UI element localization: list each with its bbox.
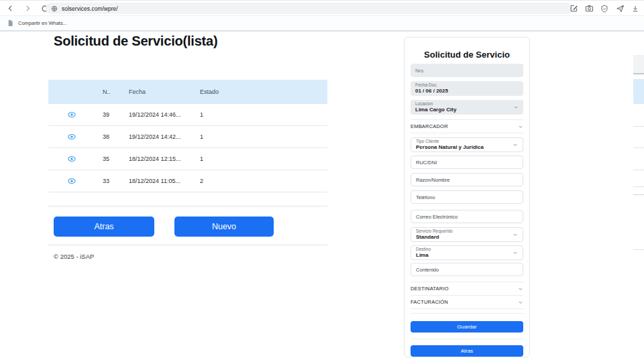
row-nro: 39 (95, 111, 125, 118)
header-estado: Estado (196, 88, 327, 95)
table-row: 35 18/12/2024 12:15... 1 (48, 148, 327, 170)
section-destinatario[interactable]: DESTINATARIO (411, 282, 523, 295)
row-fecha: 18/12/2024 12:15... (125, 156, 196, 162)
fecha-doc-field[interactable]: Fecha Doc. 01 / 06 / 2025 (411, 81, 523, 96)
ruc-dni-input[interactable] (411, 156, 523, 169)
section-embarcador[interactable]: EMBARCADOR (411, 120, 523, 133)
row-estado: 1 (196, 111, 327, 118)
servicio-requerido-label: Servicio Requerido (416, 229, 518, 234)
clipped-table-header-fragment (633, 79, 644, 104)
row-nro: 33 (95, 178, 125, 184)
view-row-button[interactable] (66, 176, 77, 186)
row-estado: 2 (196, 178, 327, 184)
edit-extension-button[interactable] (569, 4, 578, 13)
table-header-row: N.. Fecha Estado (48, 80, 327, 104)
section-facturacion[interactable]: FACTURACIÓN (411, 296, 523, 308)
row-nro: 38 (95, 133, 125, 140)
servicio-requerido-select[interactable]: Servicio Requerido Standard (411, 227, 523, 242)
row-fecha: 18/12/2024 11:05... (125, 178, 196, 184)
clipped-row-divider (633, 249, 644, 250)
row-fecha: 19/12/2024 14:46... (125, 111, 196, 118)
atras-button[interactable]: Atras (54, 217, 154, 237)
download-icon (631, 5, 639, 13)
clipped-row-divider (633, 170, 644, 170)
row-estado: 1 (196, 133, 327, 140)
destino-select[interactable]: Destino Lima (411, 245, 523, 260)
clipped-row-divider (633, 126, 644, 127)
url-text: solservices.com/wpre/ (62, 5, 118, 12)
clipped-row-divider (633, 147, 644, 148)
nro-field[interactable] (411, 64, 523, 77)
chevron-down-icon (518, 286, 523, 292)
telefono-input[interactable] (411, 190, 523, 204)
eye-icon (68, 111, 76, 118)
eye-icon (68, 178, 76, 184)
clipped-row-divider (633, 186, 644, 187)
eye-icon (68, 156, 76, 162)
fecha-doc-value: 01 / 06 / 2025 (415, 88, 519, 95)
table-row: 38 19/12/2024 14:42... 1 (48, 126, 327, 148)
camera-extension-button[interactable] (584, 4, 594, 13)
locacion-select[interactable]: Locacion Lima Cargo City (411, 100, 523, 115)
guardar-button[interactable]: Guardar (411, 321, 523, 333)
view-row-button[interactable] (66, 110, 77, 119)
section-destinatario-label: DESTINATARIO (411, 286, 449, 292)
bookmark-item-compartir[interactable]: Compartir en Whats... (18, 20, 67, 26)
fecha-doc-label: Fecha Doc. (415, 82, 519, 88)
row-fecha: 19/12/2024 14:42... (125, 133, 196, 140)
chevron-down-icon (513, 105, 519, 110)
browser-toolbar: solservices.com/wpre/ (0, 0, 644, 15)
locacion-value: Lima Cargo City (415, 107, 519, 113)
chevron-down-icon (518, 124, 523, 129)
tipo-cliente-select[interactable]: Tipo Cliente Persona Natural y Juridica (411, 137, 523, 152)
shield-check-icon (600, 5, 608, 13)
divider (411, 313, 523, 314)
section-facturacion-label: FACTURACIÓN (411, 299, 448, 305)
divider (48, 206, 327, 206)
view-row-button[interactable] (66, 132, 77, 141)
divider (411, 339, 523, 339)
locacion-label: Locacion (415, 101, 519, 107)
back-button[interactable] (5, 4, 15, 13)
row-estado: 1 (196, 156, 327, 162)
service-request-form: Solicitud de Servicio Fecha Doc. 01 / 06… (404, 37, 530, 357)
destino-label: Destino (416, 247, 518, 252)
shield-extension-button[interactable] (600, 4, 609, 13)
table-row: 39 19/12/2024 14:46... 1 (48, 104, 327, 126)
divider (411, 133, 523, 133)
back-icon (7, 5, 14, 12)
nuevo-button[interactable]: Nuevo (174, 217, 274, 237)
send-icon (616, 4, 625, 13)
servicio-requerido-value: Standard (416, 234, 518, 241)
chevron-down-icon (513, 232, 518, 237)
service-request-table: N.. Fecha Estado 39 19/12/2024 14:46... … (48, 80, 327, 192)
view-row-button[interactable] (66, 154, 77, 164)
edit-icon (570, 4, 578, 13)
chevron-down-icon (513, 142, 518, 147)
globe-icon (51, 5, 58, 12)
address-bar[interactable]: solservices.com/wpre/ (46, 3, 573, 14)
send-extension-button[interactable] (615, 4, 625, 13)
header-nro: N.. (95, 88, 125, 95)
tipo-cliente-label: Tipo Cliente (416, 139, 518, 144)
destino-value: Lima (416, 252, 518, 259)
camera-icon (585, 4, 594, 13)
contenido-input[interactable] (411, 263, 523, 276)
chevron-down-icon (513, 250, 518, 255)
header-fecha: Fecha (125, 88, 196, 95)
form-title: Solicitud de Servicio (411, 50, 523, 60)
form-atras-button[interactable]: Atras (411, 345, 523, 357)
table-row: 33 18/12/2024 11:05... 2 (48, 170, 327, 192)
divider (411, 308, 523, 309)
row-nro: 35 (95, 156, 125, 162)
divider (48, 245, 327, 245)
download-extension-button[interactable] (631, 4, 640, 13)
bookmarks-bar: Compartir en Whats... (0, 15, 644, 32)
razon-nombre-input[interactable] (411, 173, 523, 186)
tipo-cliente-value: Persona Natural y Juridica (416, 144, 518, 151)
correo-input[interactable] (411, 210, 523, 223)
page-title: Solicitud de Servicio(lista) (54, 34, 217, 49)
forward-button[interactable] (23, 4, 32, 13)
section-embarcador-label: EMBARCADOR (411, 123, 448, 129)
clipped-row-divider (633, 194, 644, 195)
